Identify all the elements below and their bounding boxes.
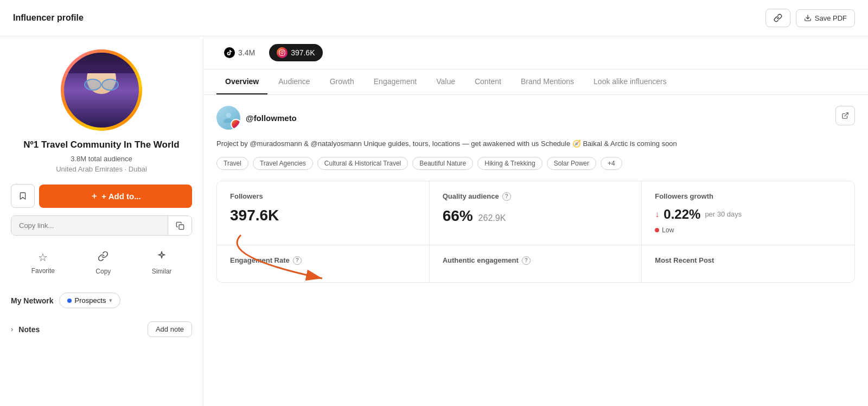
platform-tabs: 3.4M 397.6K [203, 36, 868, 69]
right-panel: 3.4M 397.6K Overview Audience Growth Eng… [203, 36, 868, 406]
tag-cultural[interactable]: Cultural & Historical Travel [317, 157, 408, 170]
icon-actions: ☆ Favorite Copy Similar [11, 246, 192, 280]
bookmark-icon [18, 192, 27, 200]
tab-content[interactable]: Content [466, 69, 510, 94]
chain-icon [98, 251, 108, 264]
avatar [61, 49, 142, 131]
profile-header: @followmeto [216, 106, 855, 130]
page-title: Influencer profile [13, 13, 84, 23]
tab-growth[interactable]: Growth [321, 69, 363, 94]
low-label: Low [662, 226, 674, 234]
copy-button[interactable] [168, 216, 192, 235]
svg-point-5 [226, 113, 231, 118]
stat-engagement-rate: Engagement Rate ? [217, 245, 430, 282]
followers-value: 397.6K [230, 207, 416, 224]
chevron-down-icon: ▾ [109, 297, 112, 304]
stat-followers-growth: Followers growth ↓ 0.22% per 30 days Low [642, 181, 854, 245]
download-icon [804, 14, 812, 22]
influencer-location: United Arab Emirates · Dubai [56, 165, 147, 173]
glasses-decoration [83, 79, 120, 88]
handle-text: @followmeto [246, 113, 297, 123]
notes-row: › Notes Add note [11, 317, 192, 341]
tab-overview[interactable]: Overview [216, 69, 267, 94]
save-pdf-button[interactable]: Save PDF [796, 9, 855, 27]
my-network-label: My Network [11, 296, 54, 305]
avatar-face [64, 53, 139, 128]
nav-tabs: Overview Audience Growth Engagement Valu… [203, 69, 868, 95]
profile-avatar-small [216, 106, 240, 130]
stat-most-recent-post: Most Recent Post [642, 245, 854, 282]
star-icon: ☆ [38, 251, 48, 264]
tiktok-icon [224, 47, 235, 58]
influencer-audience: 3.8M total audience [71, 155, 132, 163]
sparkle-icon [156, 251, 167, 264]
authentic-info-icon[interactable]: ? [522, 256, 531, 265]
stats-grid: Followers 397.6K Quality audience ? 66% … [216, 181, 855, 283]
header-actions: Save PDF [765, 9, 855, 27]
bookmark-button[interactable] [11, 184, 35, 208]
tag-solar[interactable]: Solar Power [547, 157, 596, 170]
growth-label: per 30 days [705, 210, 742, 218]
notes-label: Notes [18, 325, 142, 334]
avatar-inner [64, 53, 139, 128]
similar-action[interactable]: Similar [143, 246, 181, 280]
quality-info-icon[interactable]: ? [502, 192, 511, 201]
tag-travel[interactable]: Travel [216, 157, 248, 170]
tab-brand-mentions[interactable]: Brand Mentions [512, 69, 583, 94]
down-arrow-icon: ↓ [655, 210, 659, 219]
tag-hiking[interactable]: Hiking & Trekking [477, 157, 542, 170]
bio-text: Project by @muradosmann & @natalyosmann … [216, 138, 855, 149]
top-header: Influencer profile Save PDF [0, 0, 868, 36]
favorite-action[interactable]: ☆ Favorite [23, 246, 63, 280]
stat-followers: Followers 397.6K [217, 181, 430, 245]
stat-quality-audience: Quality audience ? 66% 262.9K [430, 181, 642, 245]
svg-point-4 [283, 51, 284, 52]
instagram-icon [277, 47, 288, 58]
notes-chevron[interactable]: › [11, 325, 13, 333]
stat-authentic-engagement: Authentic engagement ? [430, 245, 642, 282]
external-link-icon [841, 112, 849, 119]
main-layout: Nº1 Travel Community In The World 3.8M t… [0, 36, 868, 406]
tag-more[interactable]: +4 [601, 157, 622, 170]
instagram-value: 397.6K [291, 48, 315, 57]
content-wrapper: Followers 397.6K Quality audience ? 66% … [216, 181, 855, 283]
tag-agencies[interactable]: Travel Agencies [253, 157, 313, 170]
copy-row [11, 215, 192, 236]
sidebar: Nº1 Travel Community In The World 3.8M t… [0, 36, 203, 406]
low-dot [655, 228, 659, 232]
link-button[interactable] [765, 9, 790, 27]
add-to-button[interactable]: ＋ + Add to... [39, 185, 192, 208]
person-icon [221, 110, 236, 125]
copy-action[interactable]: Copy [87, 246, 119, 280]
influencer-name: Nº1 Travel Community In The World [23, 139, 179, 150]
svg-line-6 [845, 113, 848, 116]
instagram-tab[interactable]: 397.6K [269, 44, 322, 61]
add-note-button[interactable]: Add note [148, 321, 192, 337]
prospects-dot [67, 299, 72, 303]
low-badge: Low [655, 226, 841, 234]
tiktok-tab[interactable]: 3.4M [216, 44, 263, 61]
svg-rect-2 [279, 50, 285, 55]
my-network-row: My Network Prospects ▾ [11, 293, 192, 308]
svg-point-3 [281, 52, 283, 54]
copy-input[interactable] [11, 216, 168, 235]
tab-engagement[interactable]: Engagement [365, 69, 425, 94]
tab-look-alike[interactable]: Look alike influencers [585, 69, 675, 94]
quality-value: 66% [443, 207, 473, 224]
tiktok-value: 3.4M [238, 48, 255, 57]
tab-value[interactable]: Value [427, 69, 464, 94]
growth-value: 0.22% [663, 207, 700, 222]
tag-nature[interactable]: Beautiful Nature [412, 157, 473, 170]
external-link-button[interactable] [835, 106, 855, 125]
copy-icon [176, 221, 184, 230]
tags: Travel Travel Agencies Cultural & Histor… [216, 157, 855, 170]
prospects-label: Prospects [75, 296, 106, 304]
prospects-dropdown[interactable]: Prospects ▾ [59, 293, 121, 308]
action-row: ＋ + Add to... [11, 184, 192, 208]
svg-rect-1 [179, 225, 184, 230]
profile-handle: @followmeto [216, 106, 297, 130]
tab-audience[interactable]: Audience [270, 69, 318, 94]
engagement-info-icon[interactable]: ? [293, 256, 302, 265]
link-icon [774, 14, 782, 22]
content-area: @followmeto Project by @muradosmann & @n… [203, 95, 868, 406]
